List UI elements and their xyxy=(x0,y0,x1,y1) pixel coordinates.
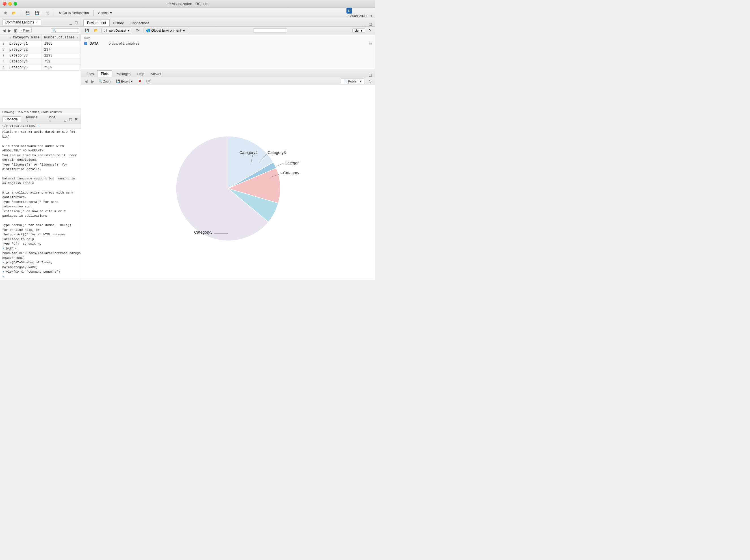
list-button[interactable]: List ▼ xyxy=(352,28,365,33)
env-open-button[interactable]: 📂 xyxy=(93,28,100,33)
maximize-console-button[interactable]: ◻ xyxy=(68,117,73,121)
number-of-times-col-header[interactable]: Number.of.Times ⇕ xyxy=(42,35,81,41)
clear-console-button[interactable]: ✖ xyxy=(74,117,79,121)
expand-data-button[interactable]: ☷ xyxy=(369,41,372,46)
main-toolbar: ✙ 📂 💾 💾+ 🖨 ➤ Go to file/function Addins … xyxy=(0,8,375,18)
console-tab[interactable]: Console xyxy=(2,116,21,122)
console-panel-controls: _ ◻ ✖ xyxy=(63,117,79,121)
category-name-col-header[interactable]: ▲ Category.Name xyxy=(7,35,42,41)
main-layout: Command Lengths × _ ◻ ◀ ▶ ▣ ▿ Filter xyxy=(0,18,375,280)
list-label: List xyxy=(354,29,359,32)
close-button[interactable] xyxy=(3,2,6,6)
row-num-col-header xyxy=(0,35,7,41)
console-path-link-icon[interactable]: → xyxy=(37,124,40,128)
filter-label: Filter xyxy=(23,29,30,32)
r-project-chevron: ▼ xyxy=(370,15,373,18)
toolbar-separator-3 xyxy=(93,10,94,16)
terminal-tab-label: Terminal xyxy=(25,115,38,119)
console-command-line: > DATA <- read.table("/Users/lsalazar/co… xyxy=(2,246,79,260)
terminal-tab[interactable]: Terminal × xyxy=(23,115,43,124)
plot-tab-controls: _ ◻ xyxy=(362,73,373,77)
table-row[interactable]: 5 Category5 7559 xyxy=(0,65,81,71)
plots-tab-label: Plots xyxy=(101,72,108,76)
viewer-tab-label: Viewer xyxy=(151,72,161,76)
svg-line-1 xyxy=(276,163,284,166)
env-data-label: Data xyxy=(84,36,372,40)
addins-button[interactable]: Addins ▼ xyxy=(96,11,115,16)
maximize-button[interactable] xyxy=(14,2,17,6)
data-item-info: 5 obs. of 2 variables xyxy=(109,42,139,45)
global-env-button[interactable]: 🌎 Global Environment ▼ xyxy=(143,28,188,33)
console-prompt-line[interactable]: > xyxy=(2,274,79,279)
publish-button[interactable]: 📄 Publish ▼ xyxy=(341,79,365,84)
save-button[interactable]: 💾 xyxy=(24,11,32,16)
list-chevron: ▼ xyxy=(360,29,363,32)
maximize-env-button[interactable]: ◻ xyxy=(368,22,373,26)
data-tab[interactable]: Command Lengths × xyxy=(2,20,41,25)
row-index: 3 xyxy=(0,53,7,59)
minimize-panel-button[interactable]: _ xyxy=(68,20,73,25)
table-row[interactable]: 3 Category3 1293 xyxy=(0,53,81,59)
files-tab[interactable]: Files xyxy=(83,71,97,77)
go-to-file-button[interactable]: ➤ Go to file/function xyxy=(57,11,91,16)
import-dataset-button[interactable]: ↓ Import Dataset ▼ xyxy=(101,28,132,33)
plots-tab[interactable]: Plots xyxy=(97,71,112,77)
jobs-tab-close[interactable]: × xyxy=(49,120,51,123)
print-button[interactable]: 🖨 xyxy=(44,11,51,16)
clear-plots-button[interactable]: ⌫ xyxy=(144,79,152,83)
next-plot-button[interactable]: ▶ xyxy=(90,79,95,84)
maximize-panel-button[interactable]: ◻ xyxy=(74,20,79,25)
data-table: ▲ Category.Name Number.of.Times ⇕ 1 Cate… xyxy=(0,35,81,71)
row-category: Category4 xyxy=(7,59,42,65)
export-button[interactable]: 💾 Export ▼ xyxy=(115,79,135,83)
env-save-button[interactable]: 💾 xyxy=(83,28,91,33)
open-file-button[interactable]: 📂 xyxy=(10,11,18,16)
filter-button[interactable]: ▿ Filter xyxy=(19,28,32,33)
table-row[interactable]: 2 Category2 237 xyxy=(0,47,81,53)
connections-tab[interactable]: Connections xyxy=(127,20,153,26)
data-table-area: ▲ Category.Name Number.of.Times ⇕ 1 Cate… xyxy=(0,35,81,108)
row-category: Category1 xyxy=(7,41,42,47)
r-project-label[interactable]: r-visualization xyxy=(348,14,368,18)
sort-icon: ⇕ xyxy=(77,37,78,39)
console-content[interactable]: Platform: x86_64-apple-darwin15.6.0 (64-… xyxy=(0,128,81,280)
select-all-button[interactable]: ▣ xyxy=(13,28,18,33)
zoom-button[interactable]: 🔍 Zoom xyxy=(97,79,113,83)
export-label: Export xyxy=(121,80,130,83)
jobs-tab[interactable]: Jobs × xyxy=(45,115,61,124)
minimize-button[interactable] xyxy=(8,2,12,6)
remove-plot-button[interactable]: ✖ xyxy=(137,79,143,83)
plot-content: Category1 Category2 Category3 Category4 … xyxy=(81,85,375,280)
console-command-line: > View(DATA, "Command Lengths") xyxy=(2,269,79,274)
refresh-env-button[interactable]: ↻ xyxy=(367,28,373,33)
minimize-console-button[interactable]: _ xyxy=(63,117,67,121)
terminal-tab-close[interactable]: × xyxy=(26,120,28,123)
minimize-plot-button[interactable]: _ xyxy=(362,73,367,77)
packages-tab[interactable]: Packages xyxy=(112,71,134,77)
prev-button[interactable]: ◀ xyxy=(2,28,6,33)
viewer-tab[interactable]: Viewer xyxy=(147,71,164,77)
table-row[interactable]: 1 Category1 1965 xyxy=(0,41,81,47)
prev-plot-button[interactable]: ◀ xyxy=(83,79,88,84)
import-chevron: ▼ xyxy=(127,29,130,32)
help-tab[interactable]: Help xyxy=(134,71,148,77)
maximize-plot-button[interactable]: ◻ xyxy=(368,73,373,77)
next-button[interactable]: ▶ xyxy=(7,28,12,33)
env-data-row[interactable]: DATA 5 obs. of 2 variables ☷ xyxy=(84,41,372,46)
new-file-button[interactable]: ✙ xyxy=(2,11,8,16)
console-line: Type 'demo()' for some demos, 'help()' f… xyxy=(2,223,79,232)
environment-panel: Environment History Connections _ ◻ 💾 📂 xyxy=(81,18,375,69)
history-tab[interactable]: History xyxy=(110,20,127,26)
label-category3: Category3 xyxy=(268,150,286,155)
refresh-plot-button[interactable]: ↻ xyxy=(368,79,373,84)
save-all-button[interactable]: 💾+ xyxy=(33,11,43,16)
table-row[interactable]: 4 Category4 759 xyxy=(0,59,81,65)
table-search-input[interactable] xyxy=(51,28,79,33)
left-panel: Command Lengths × _ ◻ ◀ ▶ ▣ ▿ Filter xyxy=(0,18,81,280)
env-search-input[interactable] xyxy=(253,28,287,33)
clear-env-button[interactable]: ⌫ xyxy=(134,28,142,33)
minimize-env-button[interactable]: _ xyxy=(362,22,367,26)
environment-tab[interactable]: Environment xyxy=(83,20,110,26)
row-index: 4 xyxy=(0,59,7,65)
data-tab-close[interactable]: × xyxy=(36,21,38,24)
